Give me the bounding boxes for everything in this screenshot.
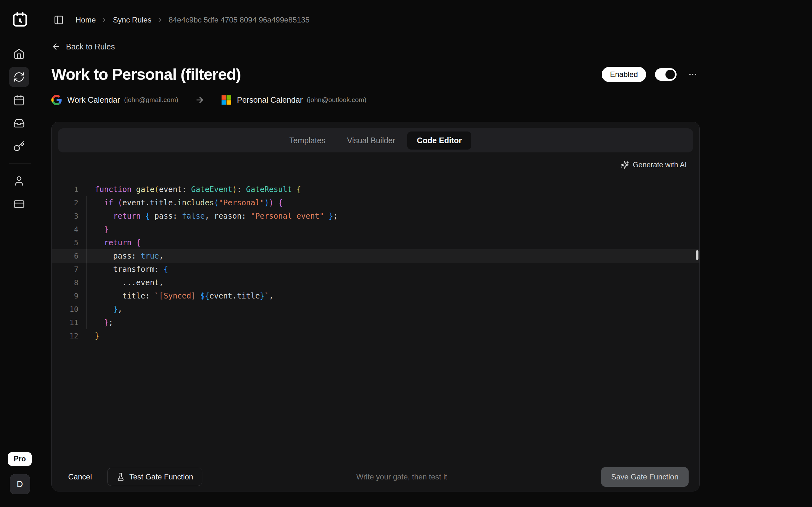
- sidebar-item-keys[interactable]: [9, 136, 29, 157]
- back-to-rules-link[interactable]: Back to Rules: [51, 42, 115, 51]
- line-text: transform: {: [78, 265, 168, 274]
- sync-icon: [13, 71, 25, 83]
- sidebar-item-home[interactable]: [9, 44, 29, 64]
- code-line[interactable]: 10 },: [52, 302, 699, 316]
- code-line[interactable]: 7 transform: {: [52, 263, 699, 276]
- code-line[interactable]: 5 return {: [52, 236, 699, 249]
- toggle-knob: [665, 70, 675, 79]
- code-line[interactable]: 6 pass: true,: [52, 249, 699, 263]
- line-text: function gate(event: GateEvent): GateRes…: [78, 185, 301, 194]
- code-line[interactable]: 9 title: `[Synced] ${event.title}`,: [52, 289, 699, 302]
- editor-tabs: Templates Visual Builder Code Editor: [58, 128, 693, 153]
- code-line[interactable]: 1function gate(event: GateEvent): GateRe…: [52, 183, 699, 196]
- top-bar: Home Sync Rules 84e4c9bc 5dfe 4705 8094 …: [51, 13, 700, 27]
- google-icon: [51, 95, 62, 105]
- line-text: return { pass: false, reason: "Personal …: [78, 212, 338, 221]
- inbox-icon: [13, 118, 25, 129]
- more-options-button[interactable]: [686, 67, 700, 82]
- code-line[interactable]: 12}: [52, 329, 699, 343]
- code-line[interactable]: 4 }: [52, 223, 699, 236]
- sparkles-icon: [620, 161, 629, 169]
- line-number: 10: [52, 305, 78, 314]
- generate-with-ai-button[interactable]: Generate with AI: [620, 161, 687, 169]
- line-number: 12: [52, 332, 78, 340]
- sidebar-item-sync-rules[interactable]: [9, 67, 29, 87]
- sidebar-item-billing[interactable]: [9, 194, 29, 214]
- arrow-left-icon: [51, 42, 61, 51]
- line-number: 5: [52, 239, 78, 247]
- flask-icon: [116, 472, 125, 481]
- line-number: 6: [52, 252, 78, 260]
- breadcrumb-sync-rules[interactable]: Sync Rules: [113, 15, 151, 24]
- chevron-right-icon: [156, 16, 163, 23]
- destination-calendar-account: (john@outlook.com): [307, 96, 366, 104]
- code-line[interactable]: 3 return { pass: false, reason: "Persona…: [52, 210, 699, 223]
- editor-footer: Cancel Test Gate Function Write your gat…: [52, 462, 699, 491]
- source-calendar-name: Work Calendar: [67, 95, 120, 105]
- generate-row: Generate with AI: [52, 156, 699, 173]
- sync-flow-row: Work Calendar (john@gmail.com) Personal …: [51, 94, 700, 106]
- line-number: 1: [52, 185, 78, 193]
- tab-templates[interactable]: Templates: [280, 131, 335, 150]
- test-gate-function-button[interactable]: Test Gate Function: [107, 468, 202, 486]
- line-number: 4: [52, 225, 78, 233]
- source-calendar-account: (john@gmail.com): [124, 96, 178, 104]
- gate-editor-card: Templates Visual Builder Code Editor Gen…: [51, 122, 700, 492]
- user-icon: [13, 175, 25, 187]
- calendar-icon: [13, 95, 25, 106]
- key-icon: [13, 141, 25, 152]
- indent-guide: [86, 196, 87, 329]
- sidebar: Pro D: [0, 0, 40, 507]
- sidebar-divider: [9, 164, 31, 164]
- sidebar-item-inbox[interactable]: [9, 113, 29, 133]
- sidebar-bottom: Pro D: [8, 452, 32, 494]
- line-number: 9: [52, 292, 78, 300]
- code-lines: 1function gate(event: GateEvent): GateRe…: [52, 183, 699, 343]
- back-label: Back to Rules: [66, 42, 115, 51]
- sidebar-item-calendar[interactable]: [9, 90, 29, 110]
- home-icon: [13, 48, 25, 60]
- line-text: title: `[Synced] ${event.title}`,: [78, 291, 274, 300]
- code-editor[interactable]: 1function gate(event: GateEvent): GateRe…: [52, 173, 699, 462]
- main-content: Home Sync Rules 84e4c9bc 5dfe 4705 8094 …: [40, 0, 812, 507]
- line-number: 11: [52, 319, 78, 327]
- sidebar-item-profile[interactable]: [9, 171, 29, 191]
- app-logo-icon[interactable]: [12, 11, 28, 28]
- sidebar-toggle-button[interactable]: [51, 13, 66, 27]
- page-title: Work to Personal (filtered): [51, 65, 241, 83]
- tab-code-editor[interactable]: Code Editor: [407, 131, 471, 150]
- avatar[interactable]: D: [10, 474, 30, 494]
- line-number: 2: [52, 199, 78, 207]
- editor-scrollbar-thumb[interactable]: [696, 250, 699, 260]
- line-text: }: [78, 331, 99, 340]
- enabled-toggle[interactable]: [655, 68, 676, 81]
- line-text: if (event.title.includes("Personal")) {: [78, 199, 283, 207]
- line-text: };: [78, 318, 113, 327]
- test-label: Test Gate Function: [130, 472, 193, 481]
- footer-hint: Write your gate, then test it: [212, 472, 592, 481]
- tab-visual-builder[interactable]: Visual Builder: [338, 131, 405, 150]
- line-text: return {: [78, 238, 141, 247]
- chevron-right-icon: [101, 16, 108, 23]
- credit-card-icon: [13, 199, 25, 210]
- title-row: Work to Personal (filtered) Enabled: [51, 65, 700, 83]
- microsoft-icon: [221, 95, 232, 105]
- save-gate-function-button[interactable]: Save Gate Function: [601, 467, 689, 487]
- code-line[interactable]: 2 if (event.title.includes("Personal")) …: [52, 196, 699, 210]
- line-text: pass: true,: [78, 251, 164, 261]
- status-badge: Enabled: [602, 67, 646, 82]
- generate-label: Generate with AI: [633, 161, 687, 169]
- line-text: },: [78, 305, 122, 314]
- title-actions: Enabled: [602, 67, 700, 82]
- sidebar-nav: [9, 44, 31, 217]
- code-line[interactable]: 11 };: [52, 316, 699, 329]
- line-number: 3: [52, 212, 78, 220]
- breadcrumb: Home Sync Rules 84e4c9bc 5dfe 4705 8094 …: [75, 15, 310, 24]
- breadcrumb-rule-id: 84e4c9bc 5dfe 4705 8094 96a499e85135: [168, 15, 309, 24]
- code-line[interactable]: 8 ...event,: [52, 276, 699, 289]
- ellipsis-icon: [688, 70, 698, 79]
- breadcrumb-home[interactable]: Home: [75, 15, 96, 24]
- cancel-button[interactable]: Cancel: [62, 469, 98, 485]
- line-text: ...event,: [78, 278, 164, 287]
- panel-left-icon: [54, 15, 64, 25]
